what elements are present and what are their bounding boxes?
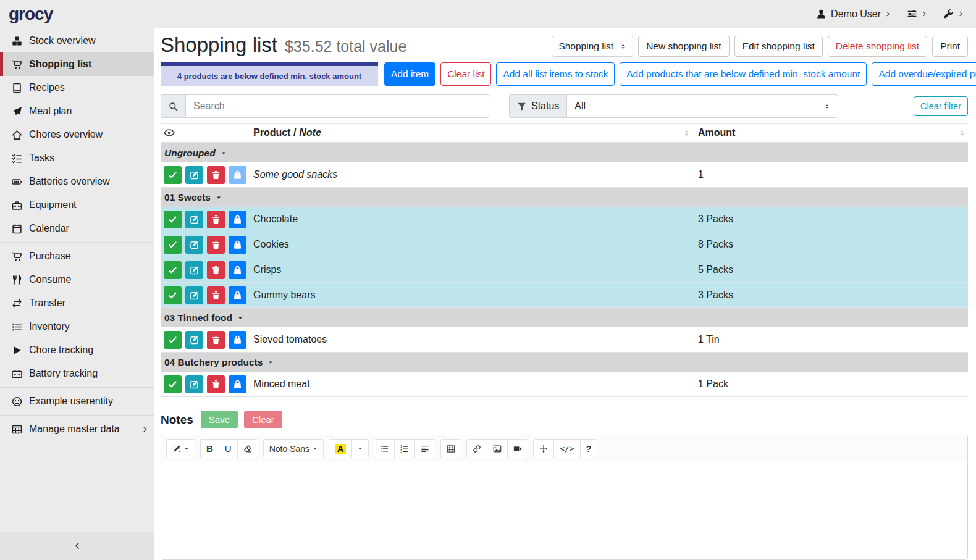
print-button[interactable]: Print [932, 36, 968, 57]
amount-value: 3 Packs [698, 214, 733, 224]
check-icon [168, 265, 177, 275]
below-min-stock-banner[interactable]: 4 products are below defined min. stock … [161, 62, 378, 86]
row-actions [161, 261, 253, 279]
clear-filter-button[interactable]: Clear filter [914, 96, 968, 116]
add-to-stock-button[interactable] [229, 331, 246, 349]
insert-video-button[interactable] [507, 439, 528, 458]
toolbar-group [466, 439, 528, 458]
shopping-list-select[interactable]: Shopping list [552, 36, 633, 57]
app-logo[interactable]: grocy [9, 4, 53, 24]
ordered-list-button[interactable]: 123 [394, 439, 415, 458]
done-button[interactable] [164, 211, 182, 228]
group-row-ungrouped[interactable]: Ungrouped [161, 143, 968, 162]
underline-button[interactable]: U [219, 439, 238, 458]
add-to-stock-button[interactable] [229, 166, 246, 184]
trash-icon [211, 240, 221, 249]
sidebar-item-chores-overview[interactable]: Chores overview [0, 123, 154, 146]
delete-button[interactable] [207, 166, 225, 184]
sidebar-item-battery-tracking[interactable]: Battery tracking [0, 362, 154, 385]
add-below-min-stock-button[interactable]: Add products that are below defined min.… [620, 62, 867, 86]
clear-list-button[interactable]: Clear list [440, 62, 491, 86]
eraser-button[interactable] [237, 439, 258, 458]
done-button[interactable] [164, 166, 182, 184]
add-overdue-button[interactable]: Add overdue/expired products [872, 62, 976, 86]
sidebar-item-label: Battery tracking [29, 368, 98, 379]
edit-button[interactable] [185, 375, 203, 393]
delete-button[interactable] [207, 375, 225, 393]
help-button[interactable]: ? [580, 439, 598, 458]
product-column-header[interactable]: Product / Note [253, 127, 698, 138]
sidebar-item-meal-plan[interactable]: Meal plan [0, 99, 154, 123]
sidebar-item-shopping-list[interactable]: Shopping list [0, 52, 154, 76]
user-menu[interactable]: Demo User [816, 9, 891, 20]
add-to-stock-button[interactable] [229, 286, 246, 304]
group-row-04-butchery-products[interactable]: 04 Butchery products [161, 353, 968, 372]
sidebar-item-chore-tracking[interactable]: Chore tracking [0, 338, 154, 362]
status-select[interactable]: All [566, 94, 838, 118]
toggle-done-items-button[interactable] [161, 127, 253, 138]
done-button[interactable] [164, 236, 182, 254]
add-to-stock-button[interactable] [229, 261, 246, 279]
save-notes-button[interactable]: Save [201, 411, 238, 428]
edit-button[interactable] [185, 286, 203, 304]
sidebar-item-batteries-overview[interactable]: Batteries overview [0, 170, 154, 193]
sidebar-item-manage-master-data[interactable]: Manage master data [0, 417, 154, 441]
shopping-bag-icon [233, 380, 242, 389]
done-button[interactable] [164, 375, 182, 393]
shopping-list-row: Minced meat1 Pack [161, 372, 968, 397]
new-shopping-list-button[interactable]: New shopping list [638, 36, 729, 57]
delete-button[interactable] [207, 211, 225, 228]
done-button[interactable] [164, 286, 182, 304]
delete-button[interactable] [207, 286, 225, 304]
add-to-stock-button[interactable] [229, 211, 246, 228]
settings-menu[interactable] [907, 9, 927, 19]
search-input[interactable] [185, 94, 489, 118]
delete-button[interactable] [207, 261, 225, 279]
edit-button[interactable] [185, 211, 203, 228]
magic-style-button[interactable] [166, 439, 195, 458]
sidebar-item-tasks[interactable]: Tasks [0, 146, 154, 170]
sidebar-item-stock-overview[interactable]: Stock overview [0, 29, 154, 52]
add-all-to-stock-button[interactable]: Add all list items to stock [496, 62, 615, 86]
sidebar-collapse-button[interactable] [0, 532, 154, 560]
trash-icon [211, 291, 221, 300]
amount-column-header[interactable]: Amount [698, 127, 968, 138]
sidebar-item-recipes[interactable]: Recipes [0, 76, 154, 99]
font-family-button[interactable]: Noto Sans [263, 439, 324, 458]
edit-button[interactable] [185, 331, 203, 349]
sidebar-item-example-userentity[interactable]: Example userentity [0, 390, 154, 413]
sidebar-item-transfer[interactable]: Transfer [0, 291, 154, 315]
sidebar-item-calendar[interactable]: Calendar [0, 217, 154, 240]
group-row-01-sweets[interactable]: 01 Sweets [161, 188, 968, 207]
sidebar-item-equipment[interactable]: Equipment [0, 193, 154, 217]
text-color-button[interactable]: A [329, 439, 352, 458]
edit-shopping-list-button[interactable]: Edit shopping list [734, 36, 823, 57]
done-button[interactable] [164, 331, 182, 349]
add-to-stock-button[interactable] [229, 375, 246, 393]
done-button[interactable] [164, 261, 182, 279]
edit-button[interactable] [185, 166, 203, 184]
edit-button[interactable] [185, 261, 203, 279]
bold-button[interactable]: B [200, 439, 219, 458]
delete-button[interactable] [207, 236, 225, 254]
fullscreen-button[interactable] [533, 439, 554, 458]
text-color-more-button[interactable] [351, 439, 369, 458]
unordered-list-button[interactable] [374, 439, 395, 458]
edit-button[interactable] [185, 236, 203, 254]
delete-shopping-list-button[interactable]: Delete shopping list [828, 36, 927, 57]
add-item-button[interactable]: Add item [384, 62, 435, 86]
sidebar-item-purchase[interactable]: Purchase [0, 244, 154, 268]
insert-picture-button[interactable] [487, 439, 508, 458]
code-view-button[interactable]: </> [553, 439, 580, 458]
group-row-03-tinned-food[interactable]: 03 Tinned food [161, 308, 968, 327]
sidebar-item-consume[interactable]: Consume [0, 268, 154, 291]
insert-link-button[interactable] [466, 439, 487, 458]
insert-table-button[interactable] [440, 439, 461, 458]
clear-notes-button[interactable]: Clear [244, 411, 282, 428]
notes-editor-area[interactable] [161, 462, 967, 559]
paragraph-align-button[interactable] [414, 439, 435, 458]
add-to-stock-button[interactable] [229, 236, 246, 254]
sidebar-item-inventory[interactable]: Inventory [0, 315, 154, 338]
delete-button[interactable] [207, 331, 225, 349]
admin-menu[interactable] [943, 9, 964, 19]
